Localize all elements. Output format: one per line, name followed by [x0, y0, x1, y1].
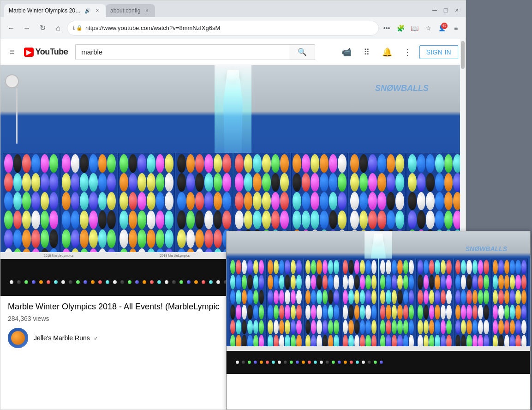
mini-marble-dot — [397, 305, 402, 320]
forward-button[interactable]: → — [20, 21, 34, 35]
marble-dot — [338, 192, 347, 211]
mini-marble-dot — [409, 260, 414, 275]
marble-dot — [177, 211, 186, 229]
scattered-marble — [172, 280, 176, 284]
apps-button[interactable]: ⠿ — [359, 44, 375, 60]
marble-dot — [13, 192, 22, 211]
tab-close-1[interactable]: × — [94, 7, 101, 14]
mini-marble-dot — [386, 290, 391, 305]
more-button[interactable]: ••• — [381, 22, 393, 34]
mini-marble-dot — [441, 305, 446, 320]
mini-marble-dot — [472, 305, 478, 320]
scrollbar-thumb[interactable] — [461, 41, 465, 69]
mini-marble-dot — [392, 320, 397, 335]
search-icon: 🔍 — [298, 48, 307, 56]
mini-marble-dot — [397, 320, 402, 335]
scattered-marble — [194, 280, 198, 284]
marble-dot — [235, 192, 244, 211]
mini-marble-dot — [247, 275, 252, 289]
mini-scattered-marble — [326, 361, 329, 364]
mini-marble-dot — [291, 290, 296, 305]
mini-marble-dot — [230, 260, 235, 275]
mini-marble-dot — [441, 320, 446, 335]
security-icons: ℹ 🔒 — [73, 25, 83, 31]
mini-marble-dot — [478, 290, 483, 305]
search-input[interactable] — [75, 44, 289, 60]
mini-marble-dot — [360, 290, 365, 305]
tab-marble-olympics[interactable]: Marble Winter Olympics 2018 - 🔊 × — [4, 4, 106, 17]
mini-marble-dot — [305, 260, 311, 275]
mini-marble-dot — [429, 320, 434, 335]
notifications-button[interactable]: 🔔 — [379, 44, 395, 60]
mini-marble-dot — [403, 305, 408, 320]
lock-icon: ℹ — [73, 25, 75, 31]
marble-dot — [195, 211, 204, 229]
scattered-marble — [76, 280, 80, 284]
mini-marble-dot — [242, 290, 247, 305]
mini-marble-dot — [279, 305, 284, 320]
marble-dot — [165, 173, 173, 192]
close-button[interactable]: × — [452, 5, 462, 15]
marble-dot — [222, 154, 231, 173]
mini-marble-dot — [371, 290, 377, 305]
tab-close-2[interactable]: × — [143, 7, 150, 14]
marble-dot — [31, 192, 40, 211]
scattered-marble — [39, 280, 43, 284]
hamburger-menu[interactable]: ≡ — [8, 45, 17, 59]
tab-about-config[interactable]: about:config × — [106, 4, 155, 17]
reader-button[interactable]: 📖 — [408, 22, 420, 34]
search-button[interactable]: 🔍 — [289, 44, 315, 60]
maximize-button[interactable]: □ — [441, 5, 451, 15]
mini-marble-dot — [472, 260, 478, 275]
minimize-button[interactable]: ─ — [430, 5, 440, 15]
mini-marble-dot — [354, 320, 359, 335]
marble-dot — [280, 192, 289, 211]
marble-dot — [177, 154, 186, 173]
address-bar[interactable]: ℹ 🔒 https://www.youtube.com/watch?v=8mmN… — [67, 21, 379, 36]
marble-dot — [80, 173, 89, 192]
marble-dot — [350, 154, 359, 173]
mini-marble-dot — [493, 320, 498, 335]
mini-marble-scene: SNØWBALLS — [227, 231, 530, 374]
mini-scattered-marble — [368, 361, 371, 364]
mini-marble-dot — [461, 305, 466, 320]
marble-dot — [80, 211, 89, 229]
mini-marble-dot — [236, 305, 241, 320]
home-button[interactable]: ⌂ — [51, 21, 65, 35]
mini-marble-dot — [392, 260, 397, 275]
mini-marble-dot — [296, 260, 301, 275]
marble-dot — [31, 154, 40, 173]
scattered-marble — [91, 280, 95, 284]
marble-dot — [89, 154, 98, 173]
marble-dot — [89, 192, 98, 211]
mini-marble-dot — [328, 260, 333, 275]
create-video-button[interactable]: 📹 — [338, 44, 355, 60]
mini-marble-dot — [360, 260, 365, 275]
marble-dot — [98, 211, 107, 229]
marble-dot — [377, 211, 386, 229]
mini-marble-dot — [403, 260, 408, 275]
mini-marble-dot — [242, 260, 247, 275]
mini-scattered-marble — [356, 361, 359, 364]
refresh-button[interactable]: ↻ — [36, 21, 49, 35]
sign-in-button[interactable]: SIGN IN — [419, 45, 458, 59]
extensions-button[interactable]: 🧩 — [395, 22, 406, 34]
youtube-logo[interactable]: ▶ YouTube — [24, 47, 68, 57]
mini-scattered-marble — [278, 361, 281, 364]
marble-dot — [271, 173, 280, 192]
marble-dot — [107, 154, 116, 173]
mini-marble-dot — [343, 275, 348, 289]
bookmark-button[interactable]: ☆ — [422, 22, 434, 34]
marble-dot — [417, 154, 426, 173]
channel-avatar[interactable] — [8, 328, 28, 348]
marble-dot — [253, 154, 262, 173]
menu-button[interactable]: ≡ — [450, 22, 462, 34]
youtube-header: ≡ ▶ YouTube 🔍 📹 ⠿ 🔔 ⋮ SIGN IN — [0, 39, 466, 65]
mini-marble-dot — [285, 260, 290, 275]
mini-marble-dot — [274, 290, 279, 305]
back-button[interactable]: ← — [4, 21, 18, 35]
marble-dot — [214, 154, 222, 173]
more-options-button[interactable]: ⋮ — [399, 44, 416, 60]
profile-button[interactable]: 👤 45 — [436, 22, 448, 34]
marble-dot — [222, 192, 231, 211]
